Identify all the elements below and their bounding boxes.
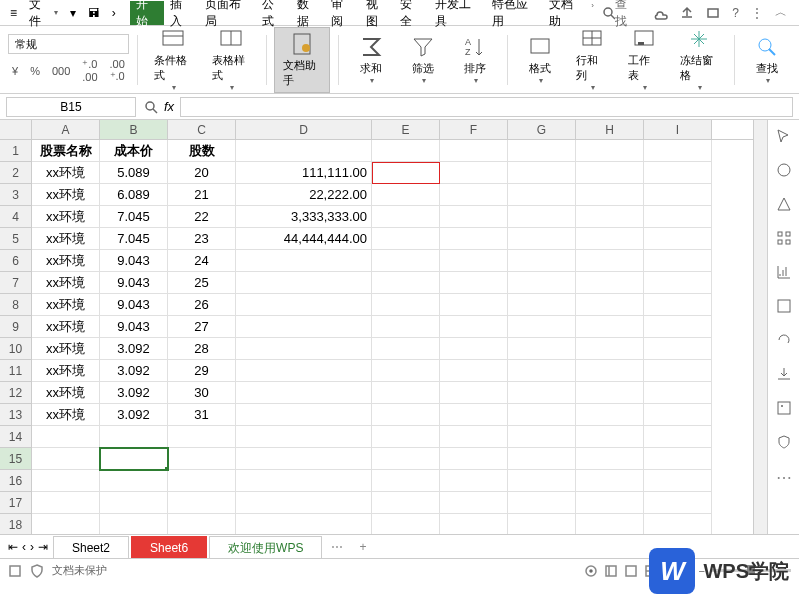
cell[interactable] [372, 162, 440, 184]
cell[interactable] [508, 448, 576, 470]
cell[interactable]: 24 [168, 250, 236, 272]
cell[interactable] [508, 492, 576, 514]
cell[interactable] [440, 316, 508, 338]
more-side-icon[interactable]: ⋯ [776, 468, 792, 487]
cloud-icon[interactable] [654, 6, 668, 20]
cell[interactable] [236, 382, 372, 404]
cell[interactable] [576, 426, 644, 448]
row-header[interactable]: 3 [0, 184, 32, 206]
row-header[interactable]: 14 [0, 426, 32, 448]
cell[interactable] [644, 514, 712, 534]
sheet-tab-more-icon[interactable]: ⋯ [323, 540, 351, 554]
increase-decimal-button[interactable]: ⁺.0.00 [78, 56, 101, 85]
row-header[interactable]: 4 [0, 206, 32, 228]
sheet-tab-welcome[interactable]: 欢迎使用WPS [209, 536, 322, 558]
cell[interactable] [32, 514, 100, 534]
cell[interactable] [508, 470, 576, 492]
chevron-right-icon[interactable]: › [106, 2, 122, 24]
tab-special[interactable]: 特色应用 [486, 1, 543, 25]
file-menu[interactable]: 文件▾ [23, 2, 64, 24]
cell[interactable]: 26 [168, 294, 236, 316]
popup-icon[interactable] [706, 6, 720, 20]
tab-security[interactable]: 安全 [394, 1, 429, 25]
cell[interactable] [168, 426, 236, 448]
cell[interactable] [644, 382, 712, 404]
cell[interactable]: 22,222.00 [236, 184, 372, 206]
cell[interactable] [508, 228, 576, 250]
col-header-E[interactable]: E [372, 120, 440, 139]
cell[interactable] [644, 338, 712, 360]
cell[interactable]: xx环境 [32, 206, 100, 228]
cell[interactable]: xx环境 [32, 228, 100, 250]
cell[interactable] [372, 316, 440, 338]
cell[interactable] [576, 404, 644, 426]
cell[interactable] [508, 316, 576, 338]
col-header-G[interactable]: G [508, 120, 576, 139]
cell[interactable] [576, 272, 644, 294]
cell[interactable]: 111,111.00 [236, 162, 372, 184]
row-header[interactable]: 16 [0, 470, 32, 492]
cell[interactable] [100, 470, 168, 492]
name-box[interactable]: B15 [6, 97, 136, 117]
select-all-corner[interactable] [0, 120, 32, 139]
next-sheet-icon[interactable]: › [30, 540, 34, 554]
cell[interactable] [440, 184, 508, 206]
cell[interactable] [236, 338, 372, 360]
cell[interactable] [644, 184, 712, 206]
cell[interactable] [576, 470, 644, 492]
cell[interactable] [440, 360, 508, 382]
row-header[interactable]: 6 [0, 250, 32, 272]
cell[interactable] [508, 294, 576, 316]
cell[interactable] [236, 426, 372, 448]
view-page-icon[interactable] [624, 564, 638, 578]
cell[interactable] [168, 492, 236, 514]
cell[interactable]: 5.089 [100, 162, 168, 184]
cell[interactable] [576, 162, 644, 184]
select-icon[interactable] [776, 162, 792, 178]
tab-review[interactable]: 审阅 [325, 1, 360, 25]
add-sheet-button[interactable]: + [351, 540, 374, 554]
cell[interactable] [440, 338, 508, 360]
cell[interactable] [440, 250, 508, 272]
cell[interactable] [236, 294, 372, 316]
cell[interactable] [508, 338, 576, 360]
cell[interactable] [440, 514, 508, 534]
cell[interactable] [100, 426, 168, 448]
row-header[interactable]: 2 [0, 162, 32, 184]
collapse-ribbon-icon[interactable]: ︿ [775, 4, 787, 21]
cell[interactable] [644, 294, 712, 316]
cell[interactable] [236, 404, 372, 426]
cell[interactable]: 7.045 [100, 206, 168, 228]
cell[interactable] [236, 470, 372, 492]
row-header[interactable]: 18 [0, 514, 32, 534]
row-header[interactable]: 7 [0, 272, 32, 294]
cell[interactable] [576, 448, 644, 470]
row-header[interactable]: 15 [0, 448, 32, 470]
cell[interactable] [440, 140, 508, 162]
cell[interactable] [508, 184, 576, 206]
tab-doc-assist[interactable]: 文档助 [543, 1, 589, 25]
cell[interactable] [168, 514, 236, 534]
cell[interactable] [32, 426, 100, 448]
cell[interactable] [372, 250, 440, 272]
cell[interactable]: 9.043 [100, 272, 168, 294]
cell[interactable] [644, 426, 712, 448]
row-header[interactable]: 1 [0, 140, 32, 162]
cell[interactable]: xx环境 [32, 184, 100, 206]
row-header[interactable]: 9 [0, 316, 32, 338]
col-header-H[interactable]: H [576, 120, 644, 139]
cell[interactable]: 9.043 [100, 294, 168, 316]
sum-button[interactable]: 求和▾ [347, 31, 395, 89]
cell[interactable] [508, 404, 576, 426]
doc-icon[interactable] [8, 564, 22, 578]
doc-assistant-button[interactable]: 文档助手 [274, 27, 330, 93]
tab-page-layout[interactable]: 页面布局 [199, 1, 256, 25]
cell[interactable]: 21 [168, 184, 236, 206]
cell[interactable]: 3.092 [100, 338, 168, 360]
dropdown-button[interactable]: ▾ [64, 2, 82, 24]
cell[interactable] [508, 206, 576, 228]
cell[interactable] [644, 448, 712, 470]
row-col-button[interactable]: 行和列▾ [568, 23, 616, 96]
cell[interactable] [440, 448, 508, 470]
cell[interactable] [508, 382, 576, 404]
